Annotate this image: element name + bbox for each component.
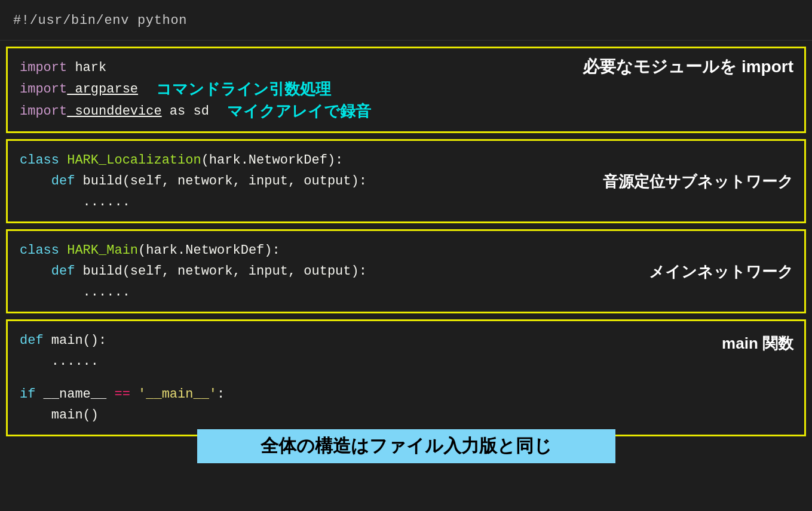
mn-class-name: HARK_Main (59, 243, 138, 258)
mf-annotation-text: main 関数 (722, 334, 793, 352)
import-alias: sd (185, 101, 209, 121)
bottom-note-box: 全体の構造はファイル入力版と同じ (197, 429, 615, 463)
loc-dots: ...... (20, 195, 130, 210)
mf-str: '__main__' (130, 387, 217, 402)
localization-section: class HARK_Localization(hark.NetworkDef)… (6, 139, 806, 223)
loc-def-kw: def (20, 174, 75, 189)
loc-annotation: 音源定位サブネットワーク (603, 171, 793, 192)
mf-annotation: main 関数 (722, 333, 793, 354)
annotation-mic: マイクアレイで録音 (227, 101, 371, 122)
import-kw-1: import (20, 60, 67, 75)
imports-section: import hark import argparse コマンドライン引数処理 … (6, 47, 806, 133)
loc-annotation-text: 音源定位サブネットワーク (603, 172, 793, 190)
annotation-import-top-text: 必要なモジュールを import (583, 57, 793, 76)
mf-line-2: ...... (20, 352, 792, 371)
loc-class-paren: (hark.NetworkDef): (201, 153, 344, 168)
shebang-line: #!/usr/bin/env python (13, 13, 187, 28)
mn-def-rest: build(self, network, input, output): (75, 264, 366, 279)
import-kw-3: import (20, 101, 67, 121)
main-func-code: def main(): ...... if __name__ == '__mai… (20, 331, 792, 425)
mf-if-kw: if (20, 387, 35, 402)
mf-indent (20, 408, 51, 423)
mf-dots: ...... (20, 354, 99, 369)
mf-def-kw: def (20, 333, 44, 348)
import-mod-3: sounddevice (67, 101, 161, 121)
loc-def-rest: build(self, network, input, output): (75, 174, 366, 189)
annotation-cmd: コマンドライン引数処理 (156, 79, 331, 100)
import-kw-2: import (20, 79, 67, 99)
loc-line-1: class HARK_Localization(hark.NetworkDef)… (20, 150, 792, 170)
import-mod-2: argparse (67, 79, 138, 99)
mf-def-rest: main(): (44, 333, 107, 348)
mn-line-3: ...... (20, 282, 792, 302)
mf-line-1: def main(): (20, 331, 792, 350)
mn-line-1: class HARK_Main(hark.NetworkDef): (20, 241, 792, 260)
mf-line-4: if __name__ == '__main__': (20, 384, 792, 404)
mf-line-5: main() (20, 405, 792, 425)
main-network-section: class HARK_Main(hark.NetworkDef): def bu… (6, 229, 806, 313)
imports-annotation: 必要なモジュールを import (583, 56, 793, 78)
import-as: as (162, 101, 186, 121)
loc-class-kw: class (20, 153, 59, 168)
import-line-3: import sounddevice as sd マイクアレイで録音 (20, 101, 792, 122)
shebang-section: #!/usr/bin/env python (0, 0, 812, 41)
mf-eq: == (106, 387, 130, 402)
mn-dots: ...... (20, 285, 130, 300)
mn-class-paren: (hark.NetworkDef): (138, 243, 280, 258)
import-line-2: import argparse コマンドライン引数処理 (20, 79, 792, 100)
mn-class-kw: class (20, 243, 59, 258)
mf-blank (20, 373, 792, 383)
bottom-note-text: 全体の構造はファイル入力版と同じ (261, 436, 552, 455)
loc-line-3: ...... (20, 192, 792, 212)
mf-main-call: main() (51, 408, 99, 423)
loc-class-name: HARK_Localization (59, 153, 201, 168)
mf-name: __name__ (35, 387, 106, 402)
page: #!/usr/bin/env python import hark import… (0, 0, 812, 511)
mf-colon: : (217, 387, 225, 402)
mn-def-kw: def (20, 264, 75, 279)
import-mod-1: hark (67, 60, 106, 75)
mn-annotation: メインネットワーク (649, 261, 793, 282)
main-func-section: def main(): ...... if __name__ == '__mai… (6, 319, 806, 436)
mn-annotation-text: メインネットワーク (649, 262, 793, 280)
